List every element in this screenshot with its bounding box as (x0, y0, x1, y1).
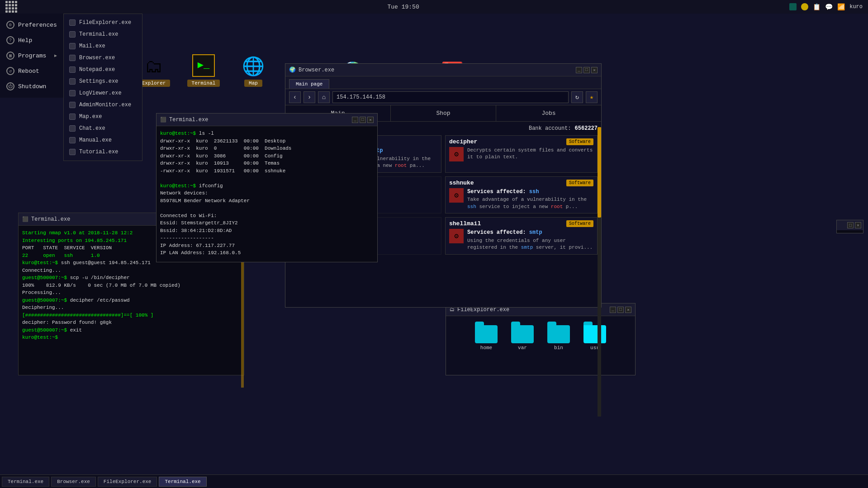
menu-item-reboot[interactable]: ↺ Reboot (0, 63, 63, 79)
prog-fileexplorer[interactable]: FileExplorer.exe (64, 17, 142, 28)
taskbar-browser1[interactable]: Browser.exe (51, 477, 96, 487)
programs-icon: ▦ (6, 52, 14, 60)
topbar-datetime: Tue 19:50 (387, 4, 419, 10)
browser-maximize[interactable]: □ (583, 67, 590, 73)
terminal-small-bar: □ ✕ (837, 220, 863, 230)
prog-mail[interactable]: Mail.exe (64, 40, 142, 52)
tf-line10: 85978LM Bender Network Adapter (160, 197, 374, 205)
sshnuke-badge[interactable]: Software (566, 180, 593, 186)
prog-chat[interactable]: Chat.exe (64, 123, 142, 134)
shellmail-badge[interactable]: Software (566, 220, 593, 227)
decipher-icon: ⚙ (449, 147, 464, 161)
fileexplorer-close[interactable]: ✕ (625, 307, 631, 313)
arrow-icon: ▶ (54, 53, 57, 58)
folder-usr[interactable]: usr (583, 325, 606, 351)
browser-back-btn[interactable]: ‹ (289, 91, 301, 103)
topbar: Tue 19:50 📋 💬 📶 kuro (0, 0, 868, 14)
terminal-bg-line17: kuro@test:~$ (22, 334, 240, 341)
tf-line2: drwxr-xr-x kuro 23621133 00:00 Desktop (160, 137, 374, 145)
folder-var-shape (511, 325, 534, 343)
preferences-icon: ⚙ (6, 21, 14, 29)
grid-icon[interactable] (5, 1, 17, 13)
shellmail-icon: ⚙ (449, 229, 464, 243)
prog-settings[interactable]: Settings.exe (64, 76, 142, 87)
folder-usr-shape (583, 325, 606, 343)
prog-notepad[interactable]: Notepad.exe (64, 64, 142, 76)
topbar-right: 📋 💬 📶 kuro (789, 3, 863, 11)
desktop-icon-terminal[interactable]: ▶_ Terminal (179, 27, 228, 90)
folder-var[interactable]: var (511, 325, 534, 351)
browser-url-input[interactable] (332, 91, 569, 103)
browser-forward-btn[interactable]: › (304, 91, 315, 103)
prog-mail-icon (69, 43, 76, 49)
tf-line4: drwxr-xr-x kuro 3086 00:00 Config (160, 152, 374, 160)
menu-item-shutdown[interactable]: ⏻ Shutdown (0, 79, 63, 94)
sshnuke-card: sshnuke Software ⚙ Services affected: ss… (445, 176, 598, 214)
shellmail-header: shellmail Software (449, 220, 593, 227)
wifi-icon: 📶 (837, 3, 845, 11)
terminal-small-close[interactable]: ✕ (855, 222, 861, 228)
tf-line14: Bssid: 38:64:21:D2:8D:AD (160, 227, 374, 235)
menu-item-programs[interactable]: ▦ Programs ▶ (0, 48, 63, 63)
decipher-text: Decrypts certain system files and conver… (467, 147, 593, 161)
terminal-bg-line16: guest@500007:~$ exit (22, 327, 240, 334)
prog-adminmonitor[interactable]: AdminMonitor.exe (64, 99, 142, 111)
tf-line13: Essid: Stemstargettr_8JIY2 (160, 219, 374, 227)
chat-icon: 💬 (825, 3, 833, 11)
sshnuke-icon: ⚙ (449, 188, 464, 203)
browser-menu-shop[interactable]: Shop (391, 105, 496, 121)
sshnuke-name: sshnuke (449, 180, 474, 186)
browser-bookmark-btn[interactable]: ★ (586, 91, 598, 103)
terminal-label: Terminal (187, 80, 220, 87)
prog-tutorial[interactable]: Tutorial.exe (64, 146, 142, 158)
fileexplorer-maximize[interactable]: □ (617, 307, 624, 313)
browser-refresh-btn[interactable]: ↻ (571, 91, 583, 103)
prog-logviewer[interactable]: LogViewer.exe (64, 87, 142, 99)
prog-settings-icon (69, 78, 76, 85)
decipher-badge[interactable]: Software (566, 138, 593, 145)
browser-home-btn[interactable]: ⌂ (318, 91, 330, 103)
explorer-icon: 🗂 (145, 59, 163, 77)
prog-terminal[interactable]: Terminal.exe (64, 28, 142, 40)
folder-bin[interactable]: bin (547, 325, 570, 351)
menu-item-preferences[interactable]: ⚙ Preferences (0, 17, 63, 33)
terminal-front-maximize[interactable]: □ (360, 117, 366, 123)
desktop-icon-map[interactable]: 🌐 Map (228, 27, 278, 90)
tf-line15: ------------------ (160, 234, 374, 242)
prog-browser[interactable]: Browser.exe (64, 52, 142, 64)
menu-item-help[interactable]: ? Help (0, 33, 63, 48)
prog-terminal-icon (69, 31, 76, 38)
taskbar-terminal1[interactable]: Terminal.exe (2, 477, 49, 487)
browser-tab-main[interactable]: Main page (289, 79, 329, 89)
folder-home[interactable]: home (475, 325, 498, 351)
browser-scrollbar-thumb[interactable] (598, 127, 601, 218)
browser-close[interactable]: ✕ (591, 67, 598, 73)
shutdown-icon: ⏻ (6, 82, 14, 90)
map-icon: 🌐 (242, 59, 265, 77)
tf-line5: drwxr-xr-x kuro 10913 00:00 Temas (160, 160, 374, 167)
browser-titlebar-icon: 🌍 (289, 66, 296, 73)
prog-manual[interactable]: Manual.exe (64, 134, 142, 146)
terminal-front-icon: ⬛ (160, 117, 166, 123)
terminal-icon: ▶_ (192, 54, 215, 77)
terminal-front-close[interactable]: ✕ (367, 117, 374, 123)
shellmail-services: Services affected: smtp (467, 229, 593, 237)
folder-home-label: home (480, 345, 492, 351)
terminal-front-controls: _ □ ✕ (352, 117, 374, 123)
terminal-front-minimize[interactable]: _ (352, 117, 358, 123)
browser-minimize[interactable]: _ (576, 67, 582, 73)
browser-scrollbar[interactable] (598, 127, 601, 417)
fileexplorer-controls: _ □ ✕ (610, 307, 631, 313)
fileexplorer-minimize[interactable]: _ (610, 307, 616, 313)
taskbar-terminal2[interactable]: Terminal.exe (159, 477, 206, 487)
terminal-small-maximize[interactable]: □ (847, 222, 854, 228)
sshnuke-header: sshnuke Software (449, 180, 593, 186)
tf-line16: IP Address: 67.117.227.77 (160, 242, 374, 250)
reboot-icon: ↺ (6, 67, 14, 75)
shellmail-name: shellmail (449, 220, 481, 227)
browser-nav: ‹ › ⌂ ↻ ★ (285, 89, 601, 105)
folder-bin-shape (547, 325, 570, 343)
browser-menu-jobs[interactable]: Jobs (496, 105, 601, 121)
prog-map[interactable]: Map.exe (64, 111, 142, 123)
taskbar-fileexplorer1[interactable]: FileExplorer.exe (98, 477, 157, 487)
